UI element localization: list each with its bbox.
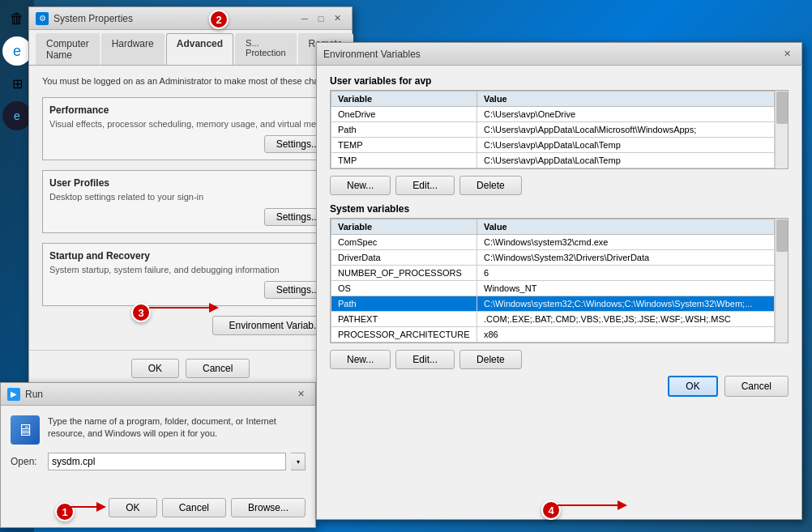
run-open-label: Open:: [11, 456, 43, 467]
system-var-variable: PATHEXT: [331, 312, 477, 327]
run-dialog-content: 🖥 Type the name of a program, folder, do…: [1, 406, 315, 527]
user-vars-scrollbar[interactable]: [775, 91, 788, 168]
system-var-value: 6: [477, 266, 775, 281]
run-dropdown-button[interactable]: ▾: [291, 453, 306, 470]
run-dialog: ▶ Run ✕ 🖥 Type the name of a program, fo…: [0, 382, 316, 528]
system-var-row[interactable]: PATHEXT.COM;.EXE;.BAT;.CMD;.VBS;.VBE;JS;…: [331, 312, 775, 327]
user-var-value: C:\Users\avp\AppData\Local\Temp: [477, 138, 775, 153]
maximize-button[interactable]: □: [313, 11, 329, 27]
user-var-variable: OneDrive: [331, 107, 477, 122]
user-profiles-desc: Desktop settings related to your sign-in: [49, 192, 331, 202]
arrow-1: [69, 498, 109, 516]
tab-computer-name[interactable]: Computer Name: [36, 33, 100, 65]
run-cancel-button[interactable]: Cancel: [162, 498, 226, 517]
system-var-value: x86: [477, 327, 775, 343]
system-var-variable: OS: [331, 281, 477, 296]
arrow-4: [558, 496, 630, 514]
system-var-row[interactable]: ComSpecC:\Windows\system32\cmd.exe: [331, 235, 775, 250]
env-ok-button[interactable]: OK: [668, 376, 717, 397]
run-dialog-titlebar[interactable]: ▶ Run ✕: [1, 383, 315, 406]
user-vars-table-wrapper: Variable Value OneDriveC:\Users\avp\OneD…: [330, 90, 788, 169]
minimize-button[interactable]: ─: [297, 11, 313, 27]
user-profiles-section: User Profiles Desktop settings related t…: [42, 170, 339, 233]
sys-properties-titlebar[interactable]: ⚙ System Properties ─ □ ✕: [29, 7, 352, 30]
environment-variables-dialog: Environment Variables ✕ User variables f…: [316, 42, 802, 520]
recycle-bin-icon[interactable]: 🗑: [2, 4, 32, 33]
system-var-row[interactable]: PathC:\Windows\system32;C:\Windows;C:\Wi…: [331, 296, 775, 312]
run-ok-button[interactable]: OK: [109, 498, 156, 517]
tab-system-protection[interactable]: S... Protection: [235, 33, 297, 65]
close-button[interactable]: ✕: [329, 11, 345, 27]
user-var-row[interactable]: TMPC:\Users\avp\AppData\Local\Temp: [331, 153, 775, 168]
sys-properties-buttons: OK Cancel: [29, 350, 352, 386]
run-close-button[interactable]: ✕: [293, 386, 309, 402]
user-delete-button[interactable]: Delete: [459, 176, 522, 195]
run-icon: 🖥: [11, 415, 40, 445]
run-browse-button[interactable]: Browse...: [231, 498, 306, 517]
env-dialog-titlebar[interactable]: Environment Variables ✕: [317, 43, 801, 66]
run-dialog-title: Run: [25, 389, 293, 400]
user-edit-button[interactable]: Edit...: [395, 176, 455, 195]
performance-section: Performance Visual effects, processor sc…: [42, 97, 339, 160]
startup-recovery-section: Startup and Recovery System startup, sys…: [42, 243, 339, 306]
system-var-value: Windows_NT: [477, 281, 775, 296]
system-var-row[interactable]: DriverDataC:\Windows\System32\Drivers\Dr…: [331, 250, 775, 266]
system-var-variable: NUMBER_OF_PROCESSORS: [331, 266, 477, 281]
sys-ok-button[interactable]: OK: [131, 359, 179, 378]
tab-bar: Computer Name Hardware Advanced S... Pro…: [29, 30, 352, 66]
env-cancel-button[interactable]: Cancel: [724, 376, 788, 397]
env-dialog-title: Environment Variables: [323, 49, 779, 60]
run-open-input[interactable]: [48, 453, 286, 470]
user-vars-scrollbar-thumb[interactable]: [776, 92, 788, 124]
system-var-row[interactable]: PROCESSOR_ARCHITECTUREx86: [331, 327, 775, 343]
sys-properties-icon: ⚙: [36, 12, 49, 25]
sys-delete-button[interactable]: Delete: [459, 350, 522, 369]
system-var-variable: ComSpec: [331, 235, 477, 250]
annotation-3: 3: [131, 303, 151, 322]
user-var-row[interactable]: TEMPC:\Users\avp\AppData\Local\Temp: [331, 138, 775, 153]
system-vars-buttons: New... Edit... Delete: [330, 350, 788, 369]
user-vars-table: Variable Value OneDriveC:\Users\avp\OneD…: [331, 91, 775, 168]
tab-advanced[interactable]: Advanced: [166, 33, 233, 65]
user-var-value: C:\Users\avp\AppData\Local\Temp: [477, 153, 775, 168]
system-var-row[interactable]: NUMBER_OF_PROCESSORS6: [331, 266, 775, 281]
system-vars-scrollbar[interactable]: [775, 219, 788, 343]
system-var-variable: DriverData: [331, 250, 477, 266]
tab-hardware[interactable]: Hardware: [101, 33, 165, 65]
user-new-button[interactable]: New...: [330, 176, 391, 195]
system-var-value: C:\Windows\system32;C:\Windows;C:\Window…: [477, 296, 775, 312]
run-description: Type the name of a program, folder, docu…: [48, 415, 306, 445]
sys-edit-button[interactable]: Edit...: [395, 350, 455, 369]
sys-properties-title: System Properties: [53, 13, 297, 24]
edge-icon[interactable]: e: [2, 36, 32, 66]
desktop: 🗑 e ⊞ e ⚙ System Properties ─ □ ✕ Comput…: [0, 0, 812, 532]
user-var-value: C:\Users\avp\OneDrive: [477, 107, 775, 122]
user-val-col-header: Value: [477, 92, 775, 107]
sys-cancel-button[interactable]: Cancel: [186, 359, 250, 378]
user-var-col-header: Variable: [331, 92, 477, 107]
env-var-row: Environment Variab...: [42, 316, 339, 335]
user-vars-label: User variables for avp: [330, 75, 788, 87]
performance-desc: Visual effects, processor scheduling, me…: [49, 119, 331, 129]
arrow-3: [149, 299, 222, 317]
user-var-variable: TMP: [331, 153, 477, 168]
env-dialog-buttons: OK Cancel: [330, 376, 788, 397]
sys-new-button[interactable]: New...: [330, 350, 391, 369]
edge2-icon[interactable]: e: [2, 101, 32, 130]
system-vars-table-container: Variable Value ComSpecC:\Windows\system3…: [331, 219, 775, 343]
system-var-value: C:\Windows\system32\cmd.exe: [477, 235, 775, 250]
startup-recovery-title: Startup and Recovery: [49, 250, 331, 262]
system-vars-label: System variables: [330, 203, 788, 215]
run-dialog-icon: ▶: [7, 388, 20, 401]
system-vars-scrollbar-thumb[interactable]: [776, 219, 788, 252]
system-properties-dialog: ⚙ System Properties ─ □ ✕ Computer Name …: [28, 6, 353, 387]
user-var-variable: TEMP: [331, 138, 477, 153]
performance-title: Performance: [49, 104, 331, 116]
env-close-button[interactable]: ✕: [779, 46, 795, 62]
env-dialog-content: User variables for avp Variable Value On…: [317, 66, 801, 406]
user-var-row[interactable]: OneDriveC:\Users\avp\OneDrive: [331, 107, 775, 122]
system-var-row[interactable]: OSWindows_NT: [331, 281, 775, 296]
user-var-row[interactable]: PathC:\Users\avp\AppData\Local\Microsoft…: [331, 122, 775, 138]
run-input-row: Open: ▾: [11, 453, 306, 470]
microsoft-icon[interactable]: ⊞: [2, 69, 32, 98]
